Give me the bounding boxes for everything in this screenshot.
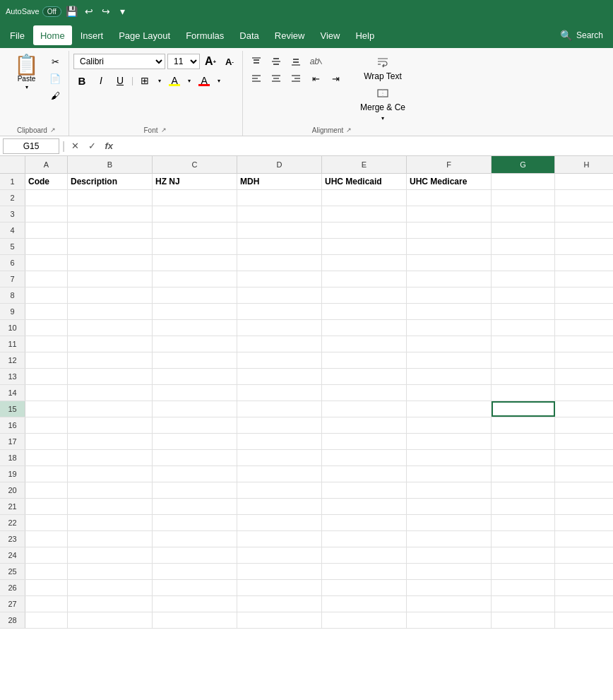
search-area[interactable]: 🔍 Search: [553, 28, 610, 42]
align-left-button[interactable]: [247, 71, 266, 86]
align-bottom-button[interactable]: [287, 54, 305, 69]
menu-page-layout[interactable]: Page Layout: [112, 25, 177, 45]
cell-d15[interactable]: [237, 401, 322, 417]
cell-a15[interactable]: [25, 401, 68, 417]
autosave-label: AutoSave: [6, 7, 40, 16]
corner-header: [0, 156, 25, 173]
title-bar: AutoSave Off 💾 ↩ ↪ ▾: [0, 0, 613, 23]
font-name-selector[interactable]: Calibri: [73, 54, 165, 69]
alignment-expand[interactable]: ↗: [345, 126, 353, 134]
font-color-dropdown[interactable]: ▾: [215, 73, 223, 88]
cell-f1[interactable]: UHC Medicare: [407, 174, 492, 189]
cell-h1[interactable]: [555, 174, 613, 189]
border-button[interactable]: ⊞: [136, 73, 153, 88]
font-color-button[interactable]: A: [196, 73, 213, 88]
font-expand[interactable]: ↗: [160, 126, 168, 134]
underline-button[interactable]: U: [112, 73, 129, 88]
cell-e1[interactable]: UHC Medicaid: [322, 174, 407, 189]
alignment-content: ab/ ⇤ ⇥: [247, 54, 418, 124]
formula-input[interactable]: [119, 138, 610, 154]
table-row: 4: [0, 223, 613, 239]
row-num-15[interactable]: 15: [0, 401, 25, 417]
align-center-button[interactable]: [267, 71, 285, 86]
menu-data[interactable]: Data: [232, 25, 266, 45]
dropdown-arrow-border[interactable]: ▾: [155, 73, 164, 88]
table-row: 26: [0, 580, 613, 596]
col-header-f[interactable]: F: [407, 156, 492, 173]
clipboard-small-buttons: ✂ 📄 🖌: [46, 54, 64, 103]
col-header-b[interactable]: B: [68, 156, 153, 173]
cell-b1[interactable]: Description: [68, 174, 153, 189]
autosave-indicator: AutoSave Off: [6, 6, 61, 17]
cell-f15[interactable]: [407, 401, 492, 417]
orientation-button[interactable]: ab/: [306, 54, 325, 69]
title-bar-left: AutoSave Off 💾 ↩ ↪ ▾: [6, 5, 607, 18]
svg-rect-3: [273, 58, 279, 59]
paste-button[interactable]: 📋 Paste ▾: [10, 54, 43, 92]
font-controls: Calibri 11 A+ A- B I U | ⊞ ▾ A ▾: [73, 54, 238, 90]
table-row: 10: [0, 320, 613, 336]
table-row: 2: [0, 190, 613, 206]
increase-font-button[interactable]: A+: [202, 54, 219, 69]
cell-c15[interactable]: [153, 401, 237, 417]
cell-g1[interactable]: [492, 174, 555, 189]
alignment-label: Clipboard Alignment ↗: [312, 124, 353, 136]
indent-increase-button[interactable]: ⇥: [326, 71, 345, 86]
menu-help[interactable]: Help: [348, 25, 381, 45]
format-painter-button[interactable]: 🖌: [46, 88, 64, 103]
customize-icon[interactable]: ▾: [117, 5, 129, 18]
formula-confirm-button[interactable]: ✓: [85, 139, 99, 153]
menu-formulas[interactable]: Formulas: [179, 25, 231, 45]
undo-icon[interactable]: ↩: [83, 5, 95, 18]
table-row: 12: [0, 352, 613, 369]
decrease-font-button[interactable]: A-: [221, 54, 238, 69]
search-label: Search: [576, 30, 603, 40]
indent-decrease-button[interactable]: ⇤: [306, 71, 325, 86]
svg-rect-6: [293, 59, 299, 60]
formula-insert-button[interactable]: fx: [102, 139, 116, 153]
col-header-c[interactable]: C: [153, 156, 237, 173]
italic-button[interactable]: I: [93, 73, 109, 88]
cell-g15[interactable]: [492, 401, 555, 417]
wrap-text-button[interactable]: Wrap Text: [347, 54, 418, 83]
table-row: 6: [0, 255, 613, 271]
wrap-merge-section: Wrap Text Merge & Ce ▾: [347, 54, 418, 124]
menu-file[interactable]: File: [3, 25, 32, 45]
cell-e15[interactable]: [322, 401, 407, 417]
row-num-1[interactable]: 1: [0, 174, 25, 189]
col-header-e[interactable]: E: [322, 156, 407, 173]
table-row: 14: [0, 385, 613, 401]
merge-cells-button[interactable]: Merge & Ce ▾: [347, 85, 418, 124]
fill-color-button[interactable]: A: [166, 73, 183, 88]
col-header-d[interactable]: D: [237, 156, 322, 173]
cell-c1[interactable]: HZ NJ: [153, 174, 237, 189]
cell-d1[interactable]: MDH: [237, 174, 322, 189]
col-header-h[interactable]: H: [555, 156, 613, 173]
merge-dropdown-arrow[interactable]: ▾: [381, 115, 384, 121]
cell-b15[interactable]: [68, 401, 153, 417]
formula-cancel-button[interactable]: ✕: [68, 139, 82, 153]
col-header-g[interactable]: G: [492, 156, 555, 173]
cell-a1[interactable]: Code: [25, 174, 68, 189]
align-top-button[interactable]: [247, 54, 266, 69]
font-size-selector[interactable]: 11: [167, 54, 200, 69]
menu-review[interactable]: Review: [268, 25, 312, 45]
bold-button[interactable]: B: [73, 73, 90, 88]
cut-button[interactable]: ✂: [46, 54, 64, 69]
align-middle-button[interactable]: [267, 54, 285, 69]
formula-icons: ✕ ✓ fx: [68, 139, 116, 153]
menu-insert[interactable]: Insert: [73, 25, 111, 45]
col-header-a[interactable]: A: [25, 156, 68, 173]
table-row: 20: [0, 482, 613, 499]
copy-button[interactable]: 📄: [46, 71, 64, 86]
fill-color-dropdown[interactable]: ▾: [185, 73, 194, 88]
cell-h15[interactable]: [555, 401, 613, 417]
menu-view[interactable]: View: [313, 25, 347, 45]
redo-icon[interactable]: ↪: [100, 5, 112, 18]
save-icon[interactable]: 💾: [66, 5, 78, 18]
table-row: 16: [0, 417, 613, 434]
cell-reference-input[interactable]: [3, 138, 59, 154]
menu-home[interactable]: Home: [33, 25, 72, 45]
clipboard-expand[interactable]: ↗: [49, 126, 57, 134]
align-right-button[interactable]: [287, 71, 305, 86]
